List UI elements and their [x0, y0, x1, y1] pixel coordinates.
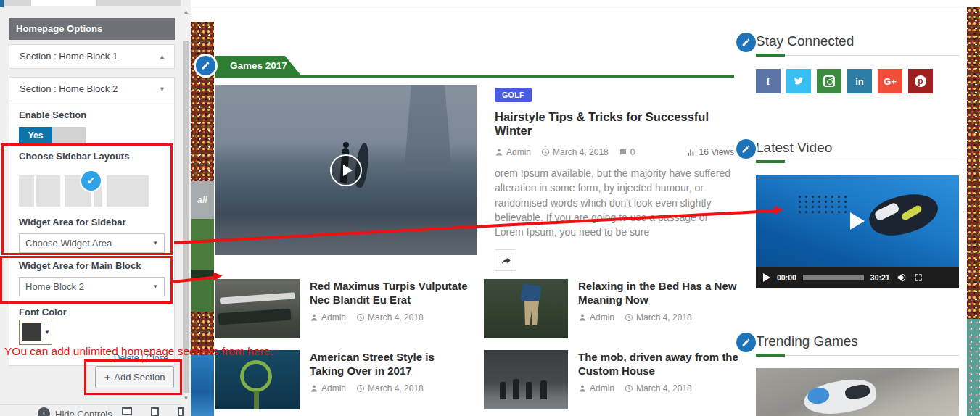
twitter-icon [793, 75, 804, 87]
article-title[interactable]: The mob, driven away from the Custom Hou… [578, 350, 739, 378]
play-icon [343, 165, 353, 176]
article-text: American Street Style is Taking Over in … [310, 350, 471, 409]
golf-cart-roofs [220, 292, 295, 304]
widget-title-latest-video: Latest Video [756, 140, 832, 156]
toggle-no[interactable] [52, 127, 86, 144]
edit-widget-icon[interactable] [736, 139, 756, 159]
top-divider [191, 9, 980, 9]
video-play-button[interactable] [763, 273, 770, 282]
clock-icon [356, 384, 365, 393]
pencil-icon [741, 38, 751, 47]
person-silhouette [500, 382, 506, 399]
article-thumbnail[interactable] [215, 350, 300, 409]
tablet-preview-icon[interactable] [151, 407, 159, 416]
article-title[interactable]: American Street Style is Taking Over in … [310, 350, 471, 378]
video-progress-bar[interactable] [803, 275, 864, 280]
article-thumbnail[interactable] [484, 350, 568, 409]
play-button[interactable] [330, 154, 362, 186]
category-badge[interactable]: GOLF [495, 88, 532, 102]
hide-controls-label[interactable]: Hide Controls [55, 409, 112, 416]
person-silhouette [526, 382, 532, 399]
edit-widget-icon[interactable] [736, 333, 756, 352]
widget-area-sidebar-select[interactable]: Choose Widget Area ▼ [19, 233, 165, 253]
layout-option-left-sidebar[interactable] [19, 175, 60, 207]
featured-article: GOLF Hairstyle Tips & Tricks for Success… [495, 88, 734, 271]
chevron-up-icon: ▲ [159, 45, 165, 68]
trending-article-image[interactable] [756, 368, 959, 416]
social-links: f in G+ p [756, 69, 933, 93]
pencil-icon [201, 61, 210, 70]
toggle-yes[interactable]: Yes [19, 127, 52, 144]
selected-check-icon: ✓ [81, 171, 101, 191]
hide-controls-icon[interactable]: ‹ [38, 407, 50, 416]
section-title: Games 2017 [230, 60, 287, 71]
crowd-photo [967, 7, 980, 319]
article-meta: Admin March 4, 2018 [310, 312, 471, 323]
article-title[interactable]: Red Maximus Turpis Vulputate Nec Blandit… [310, 279, 471, 307]
section-accordion-home-block-2[interactable]: Section : Home Block 2 ▼ [9, 77, 175, 101]
scrollbar-thumb[interactable] [183, 41, 189, 393]
sidebar-layouts-label: Choose Sidebar Layouts [19, 151, 129, 162]
user-icon [495, 148, 503, 157]
fullscreen-button[interactable] [913, 273, 923, 283]
mobile-preview-icon[interactable] [178, 407, 184, 416]
google-plus-button[interactable]: G+ [878, 69, 902, 93]
plus-icon: + [104, 371, 111, 383]
featured-article-title[interactable]: Hairstyle Tips & Tricks for Successful W… [495, 110, 734, 138]
chevron-down-icon: ▼ [44, 329, 50, 336]
twitter-button[interactable] [786, 69, 811, 93]
crowd-photo [191, 22, 214, 181]
scroll-down-icon[interactable]: ▼ [181, 395, 191, 402]
article-thumbnail[interactable] [484, 279, 568, 338]
pinterest-button[interactable]: p [908, 69, 933, 93]
desktop-preview-icon[interactable] [122, 407, 132, 415]
add-section-button[interactable]: + Add Section [95, 366, 174, 388]
views-meta: 16 Views [686, 147, 734, 157]
comments-meta[interactable]: 0 [619, 147, 635, 157]
layout-option-full-width[interactable] [107, 175, 149, 207]
article-title[interactable]: Relaxing in the Bed Has a New Meaning No… [578, 279, 739, 307]
widget-area-main-select[interactable]: Home Block 2 ▼ [19, 277, 165, 296]
font-color-picker[interactable]: ▼ [19, 320, 52, 345]
motorcycle-racer [802, 375, 878, 416]
customizer-top-strip [0, 0, 181, 6]
widget-underline [756, 355, 959, 356]
author-meta[interactable]: Admin [495, 147, 531, 157]
accent-marker [0, 0, 4, 7]
enable-section-toggle[interactable]: Yes [19, 127, 86, 144]
article-text: Red Maximus Turpis Vulputate Nec Blandit… [310, 279, 471, 338]
linkedin-button[interactable]: in [847, 69, 872, 93]
clock-icon [541, 148, 550, 157]
golfer-shirt [520, 283, 541, 303]
section-accordion-home-block-1[interactable]: Section : Home Block 1 ▲ [9, 44, 175, 69]
facebook-icon: f [767, 75, 770, 88]
edit-section-icon[interactable] [196, 56, 215, 75]
google-plus-icon: G+ [884, 76, 897, 87]
facebook-button[interactable]: f [756, 69, 781, 93]
video-play-overlay[interactable] [850, 212, 865, 230]
photo-teal [967, 319, 980, 416]
comment-icon [619, 148, 627, 157]
clock-icon [625, 384, 633, 393]
stadium-photo-strip-right [967, 7, 980, 416]
font-color-label: Font Color [19, 307, 67, 317]
comment-count: 0 [630, 147, 635, 157]
volume-button[interactable] [897, 273, 907, 283]
instagram-button[interactable] [817, 69, 841, 93]
featured-excerpt: orem Ipsum available, but the majority h… [495, 166, 734, 239]
accordion-label: Section : Home Block 1 [20, 51, 118, 62]
widget-underline [756, 55, 959, 56]
video-player: 00:00 30:21 [756, 175, 959, 288]
annotation-note: YOu can add unlimited homepage sections … [4, 345, 273, 358]
featured-article-image[interactable] [215, 85, 477, 255]
featured-meta: Admin March 4, 2018 0 16 Views [495, 147, 734, 157]
share-button[interactable] [495, 249, 516, 271]
article-thumbnail[interactable] [215, 279, 300, 338]
edit-widget-icon[interactable] [736, 33, 756, 52]
article-meta: Admin March 4, 2018 [310, 383, 471, 394]
building-silhouette [404, 85, 452, 172]
wordpress-customizer-screen: all Games 2017 GOLF Hairstyle Tips & Tri… [0, 0, 980, 416]
article-list-item: Red Maximus Turpis Vulputate Nec Blandit… [215, 279, 471, 338]
scroll-up-icon[interactable]: ▲ [181, 9, 191, 15]
video-poster[interactable] [756, 175, 959, 267]
